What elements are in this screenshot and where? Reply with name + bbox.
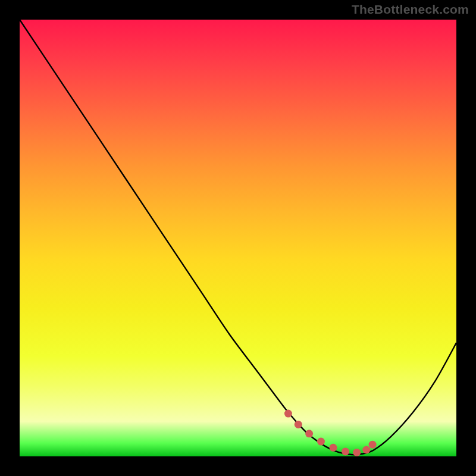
curve-svg <box>20 20 456 456</box>
marker-dot <box>295 421 302 428</box>
marker-dot <box>317 438 325 446</box>
marker-dot <box>353 449 361 456</box>
marker-dot <box>284 410 292 418</box>
marker-dots <box>284 410 377 456</box>
marker-dot <box>342 447 349 455</box>
watermark-text: TheBottleneck.com <box>352 2 469 17</box>
marker-dot <box>362 446 370 453</box>
marker-dot <box>330 444 337 452</box>
plot-area <box>20 20 456 456</box>
marker-dot <box>305 430 313 437</box>
bottleneck-curve <box>20 20 456 455</box>
figure-frame: TheBottleneck.com <box>0 0 476 476</box>
marker-dot <box>369 441 377 449</box>
